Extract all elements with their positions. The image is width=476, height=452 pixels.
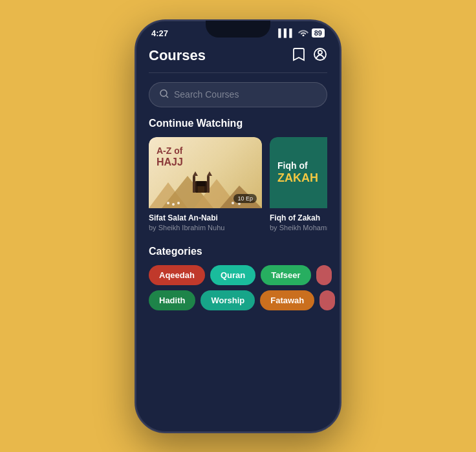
screen-content: Courses (136, 41, 340, 423)
svg-point-18 (232, 202, 234, 204)
zakah-card-title2: ZAKAH (277, 171, 327, 185)
notch (206, 21, 270, 38)
category-aqeedah[interactable]: Aqeedah (149, 265, 205, 285)
course-card-hajj[interactable]: A-Z of HAJJ (149, 137, 262, 234)
svg-rect-9 (197, 181, 206, 186)
svg-rect-12 (207, 176, 210, 193)
signal-icon: ▌▌▌ (278, 28, 295, 38)
hajj-card-info: Sifat Salat An-Nabi by Sheikh Ibrahim Nu… (149, 208, 262, 234)
hajj-card-title1: A-Z of (157, 145, 254, 156)
svg-marker-13 (193, 171, 198, 176)
svg-line-3 (166, 96, 168, 98)
wifi-icon (298, 28, 308, 38)
search-bar[interactable]: Search Courses (149, 82, 327, 107)
category-hadith[interactable]: Hadith (149, 290, 195, 310)
course-card-image-zakah: Fiqh of ZAKAH (270, 137, 327, 208)
zakah-course-name: Fiqh of Zakah (270, 213, 327, 222)
courses-row: A-Z of HAJJ (149, 137, 327, 234)
hajj-course-name: Sifat Salat An-Nabi (149, 213, 262, 222)
app-header: Courses (149, 41, 327, 73)
page-title: Courses (149, 47, 206, 64)
categories-title: Categories (149, 246, 327, 257)
bookmark-icon[interactable] (292, 47, 305, 65)
continue-watching-title: Continue Watching (149, 118, 327, 129)
zakah-card-info: Fiqh of Zakah by Sheikh Mohammad Sa (270, 208, 327, 234)
svg-point-2 (160, 90, 167, 96)
status-icons: ▌▌▌ 89 (278, 28, 325, 38)
categories-row-2: Hadith Worship Fatawah (149, 290, 327, 310)
header-actions (292, 47, 327, 65)
search-placeholder-text: Search Courses (174, 89, 239, 100)
battery-display: 89 (312, 28, 325, 38)
search-container: Search Courses (149, 82, 327, 107)
category-quran[interactable]: Quran (210, 265, 255, 285)
categories-grid: Aqeedah Quran Tafseer Hadith Worship Fat… (149, 265, 327, 310)
course-card-zakah[interactable]: Fiqh of ZAKAH Fiqh of Zakah by Sheikh Mo… (270, 137, 327, 234)
profile-icon[interactable] (313, 47, 327, 65)
category-partial-1 (316, 265, 332, 285)
category-partial-2 (319, 290, 335, 310)
categories-section: Categories Aqeedah Quran Tafseer Hadith … (149, 246, 327, 310)
svg-point-15 (167, 202, 169, 204)
categories-row-1: Aqeedah Quran Tafseer (149, 265, 327, 285)
episode-badge: 10 Ep (233, 194, 257, 203)
category-tafseer[interactable]: Tafseer (261, 265, 310, 285)
svg-point-1 (318, 50, 322, 54)
category-fatawah[interactable]: Fatawah (260, 290, 314, 310)
zakah-author: by Sheikh Mohammad Sa (270, 224, 327, 231)
time-display: 4:27 (151, 28, 168, 38)
zakah-card-title1: Fiqh of (277, 160, 327, 171)
svg-rect-10 (198, 186, 204, 193)
course-card-image-hajj: A-Z of HAJJ (149, 137, 262, 208)
svg-rect-11 (193, 176, 195, 193)
search-icon (160, 89, 169, 100)
svg-point-17 (177, 202, 180, 204)
phone-frame: 4:27 ▌▌▌ 89 Courses (135, 19, 341, 433)
svg-point-16 (172, 203, 175, 206)
hajj-author: by Sheikh Ibrahim Nuhu (149, 224, 262, 231)
svg-marker-14 (207, 171, 212, 176)
category-worship[interactable]: Worship (200, 290, 255, 310)
